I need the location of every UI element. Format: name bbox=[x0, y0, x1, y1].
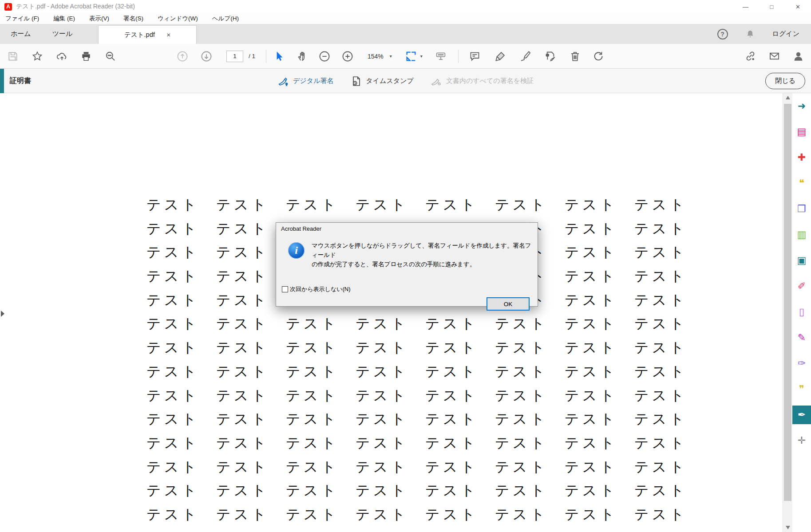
fit-dropdown-icon[interactable]: ▾ bbox=[420, 54, 423, 59]
document-text-cell: テスト bbox=[634, 243, 704, 262]
protect-pdf-icon[interactable]: ▯ bbox=[792, 303, 811, 321]
document-text-cell: テスト bbox=[565, 410, 634, 429]
zoom-level-value[interactable]: 154% bbox=[368, 53, 384, 60]
prepare-form-icon[interactable]: ✎ bbox=[792, 328, 811, 347]
document-text-cell: テスト bbox=[286, 314, 356, 334]
read-mode-icon[interactable] bbox=[434, 50, 447, 63]
dialog-title[interactable]: Acrobat Reader bbox=[276, 223, 538, 235]
document-text-cell: テスト bbox=[634, 314, 704, 334]
menu-view[interactable]: 表示(V) bbox=[87, 14, 111, 24]
scroll-up-icon[interactable] bbox=[786, 96, 790, 99]
send-for-comments-icon[interactable]: ❞ bbox=[792, 380, 811, 398]
certificates-icon[interactable]: ✒ bbox=[792, 406, 811, 424]
document-text-cell: テスト bbox=[565, 195, 634, 215]
maximize-icon[interactable]: □ bbox=[759, 0, 785, 13]
minimize-icon[interactable]: — bbox=[732, 0, 759, 13]
rotate-pages-icon[interactable] bbox=[592, 50, 605, 63]
document-text-row: テストテストテストテストテストテストテストテスト bbox=[146, 529, 704, 532]
close-certificate-button[interactable]: 閉じる bbox=[765, 73, 805, 89]
select-tool-icon[interactable] bbox=[273, 50, 286, 63]
adobe-acrobat-icon: A bbox=[4, 3, 12, 11]
comment-icon[interactable] bbox=[468, 50, 482, 63]
document-text-cell: テスト bbox=[356, 481, 425, 500]
document-text-cell: テスト bbox=[146, 291, 216, 310]
close-tab-icon[interactable]: ✕ bbox=[166, 32, 171, 38]
menu-help[interactable]: ヘルプ(H) bbox=[210, 14, 241, 24]
document-text-cell: テスト bbox=[286, 457, 356, 477]
print-icon[interactable] bbox=[79, 50, 93, 63]
digital-signature-label: デジタル署名 bbox=[293, 77, 333, 85]
page-edit-icon[interactable] bbox=[544, 50, 557, 63]
dont-show-again-checkbox[interactable] bbox=[282, 286, 288, 292]
share-link-icon[interactable] bbox=[744, 50, 757, 63]
save-icon[interactable] bbox=[6, 50, 20, 63]
vertical-scrollbar[interactable] bbox=[783, 93, 792, 532]
email-icon[interactable] bbox=[767, 50, 781, 63]
verify-all-signatures-button: 文書内のすべての署名を検証 bbox=[431, 75, 534, 87]
fit-width-icon[interactable] bbox=[404, 50, 418, 63]
fill-sign-icon[interactable]: ✑ bbox=[792, 354, 811, 373]
edit-pdf-icon[interactable]: ▤ bbox=[792, 122, 811, 141]
page-number-input[interactable] bbox=[226, 51, 243, 62]
zoom-in-icon[interactable] bbox=[341, 50, 354, 63]
tab-home[interactable]: ホーム bbox=[0, 24, 42, 44]
document-text-cell: テスト bbox=[356, 338, 425, 358]
zoom-dropdown-icon[interactable]: ▾ bbox=[390, 54, 392, 59]
document-text-cell: テスト bbox=[146, 481, 216, 500]
document-text-cell: テスト bbox=[356, 314, 425, 334]
ok-button[interactable]: OK bbox=[487, 297, 530, 311]
tab-document-label: テスト.pdf bbox=[124, 31, 155, 39]
add-tools-icon[interactable]: ✛ bbox=[792, 431, 811, 450]
document-text-cell: テスト bbox=[216, 433, 286, 453]
document-text-cell: テスト bbox=[146, 267, 216, 286]
document-text-cell: テスト bbox=[634, 410, 704, 429]
help-icon[interactable]: ? bbox=[717, 29, 728, 39]
close-window-icon[interactable]: ✕ bbox=[785, 0, 811, 13]
comment-icon[interactable]: ❝ bbox=[792, 174, 811, 193]
tab-document[interactable]: テスト.pdf ✕ bbox=[98, 25, 197, 44]
login-button[interactable]: ログイン bbox=[772, 30, 799, 38]
previous-page-icon[interactable] bbox=[176, 50, 189, 63]
star-favorite-icon[interactable] bbox=[31, 50, 44, 63]
document-text-cell: テスト bbox=[495, 433, 565, 453]
tab-bar: ホーム ツール テスト.pdf ✕ ? ログイン bbox=[0, 24, 811, 44]
hand-tool-icon[interactable] bbox=[296, 50, 309, 63]
document-viewport[interactable]: テストテストテストテストテストテストテストテストテストテストテストテストテストテ… bbox=[0, 93, 783, 532]
search-icon[interactable] bbox=[104, 50, 117, 63]
zoom-out-icon[interactable] bbox=[318, 50, 331, 63]
document-text-row: テストテストテストテストテストテストテストテスト bbox=[146, 505, 704, 529]
highlighter-icon[interactable] bbox=[494, 50, 507, 63]
scrollbar-thumb[interactable] bbox=[784, 104, 791, 501]
document-text-cell: テスト bbox=[146, 314, 216, 334]
document-text-cell: テスト bbox=[146, 433, 216, 453]
document-text-cell: テスト bbox=[495, 314, 565, 334]
combine-files-icon[interactable]: ❐ bbox=[792, 200, 811, 218]
next-page-icon[interactable] bbox=[200, 50, 213, 63]
bell-icon[interactable] bbox=[745, 29, 756, 39]
organize-pages-icon[interactable]: ▥ bbox=[792, 225, 811, 244]
document-text-cell: テスト bbox=[286, 505, 356, 524]
redact-icon[interactable]: ✐ bbox=[792, 277, 811, 296]
fill-sign-icon[interactable] bbox=[519, 50, 532, 63]
menu-sign[interactable]: 署名(S) bbox=[122, 14, 145, 24]
expand-nav-pane-icon[interactable] bbox=[1, 311, 4, 317]
document-text-cell: テスト bbox=[565, 386, 634, 406]
menu-window[interactable]: ウィンドウ(W) bbox=[156, 14, 200, 24]
menu-file[interactable]: ファイル (F) bbox=[4, 14, 41, 24]
certificate-accent-bar bbox=[0, 69, 4, 93]
menu-edit[interactable]: 編集 (E) bbox=[51, 14, 77, 24]
verify-signatures-icon bbox=[431, 75, 442, 87]
delete-pages-icon[interactable] bbox=[569, 50, 582, 63]
create-pdf-icon[interactable]: ✚ bbox=[792, 148, 811, 167]
share-upload-icon[interactable] bbox=[55, 50, 68, 63]
export-pdf-icon[interactable]: ➜ bbox=[792, 97, 811, 115]
user-avatar-icon[interactable] bbox=[791, 50, 805, 63]
digital-signature-button[interactable]: デジタル署名 bbox=[277, 75, 333, 87]
document-text-cell: テスト bbox=[356, 505, 425, 524]
compress-pdf-icon[interactable]: ▣ bbox=[792, 251, 811, 270]
document-text-cell: テスト bbox=[216, 457, 286, 477]
scroll-down-icon[interactable] bbox=[786, 526, 790, 529]
tab-tools[interactable]: ツール bbox=[42, 24, 83, 44]
timestamp-button[interactable]: タイムスタンプ bbox=[350, 75, 413, 87]
document-text-row: テストテストテストテストテストテストテストテスト bbox=[146, 433, 704, 457]
